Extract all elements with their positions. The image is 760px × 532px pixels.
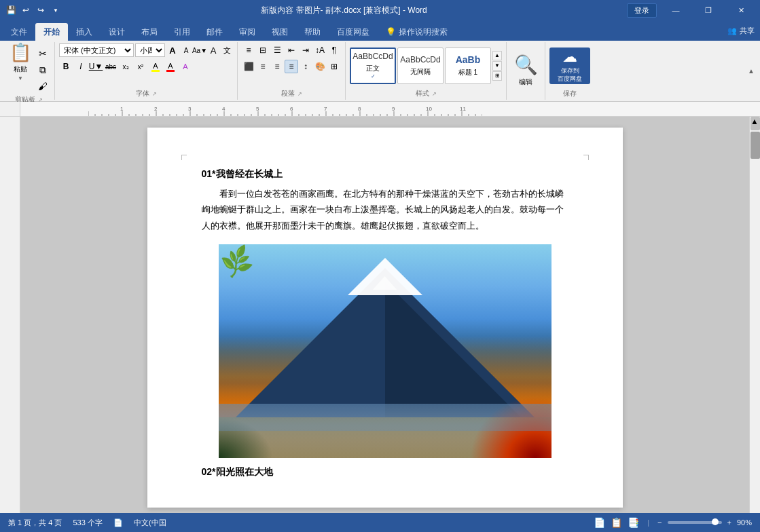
tab-file[interactable]: 文件 <box>3 23 35 41</box>
bold-button[interactable]: B <box>59 60 73 73</box>
subscript-button[interactable]: x₂ <box>119 60 132 73</box>
tab-references[interactable]: 引用 <box>166 23 198 41</box>
font-size-select[interactable]: 小四 <box>135 43 165 57</box>
align-center-button[interactable]: ≡ <box>256 60 270 73</box>
document-page[interactable]: 01*我曾经在长城上 看到一位白发苍苍的画家画鹰。在北方特有的那种干燥湛蓝的天空… <box>147 128 623 508</box>
style-wujiange[interactable]: AaBbCcDd 无间隔 <box>397 48 444 84</box>
login-button[interactable]: 登录 <box>627 3 657 18</box>
justify-button[interactable]: ≡ <box>285 60 298 73</box>
zoom-thumb <box>712 518 719 525</box>
font-label: 字体 <box>136 89 149 98</box>
svg-text:9: 9 <box>392 106 395 112</box>
clipboard-content: 📋 粘贴 ▼ ✂ ⧉ 🖌 <box>7 43 50 94</box>
styles-group: AaBbCcDd 正文 ✓ AaBbCcDd 无间隔 AaBb 标题 1 ▲ ▼… <box>346 42 507 100</box>
grow-font-button[interactable]: A <box>166 43 179 57</box>
paragraph-expand-icon[interactable]: ↗ <box>297 91 302 97</box>
styles-expand-icon[interactable]: ↗ <box>432 91 437 97</box>
image-background: 🌿 <box>219 244 551 458</box>
zoom-slider[interactable] <box>668 521 722 524</box>
font-name-select[interactable]: 宋体 (中文正文) <box>59 43 134 57</box>
bullet-list-button[interactable]: ≡ <box>242 43 255 57</box>
zoom-plus-button[interactable]: + <box>727 518 731 527</box>
zoom-minus-button[interactable]: − <box>657 518 662 527</box>
sort-button[interactable]: ↕A <box>313 43 327 57</box>
shading-button[interactable]: 🎨 <box>313 60 327 73</box>
scrollbar-thumb[interactable] <box>750 132 760 159</box>
superscript-button[interactable]: x² <box>134 60 147 73</box>
close-button[interactable]: ✕ <box>727 0 755 20</box>
decrease-indent-button[interactable]: ⇤ <box>285 43 298 57</box>
left-sidebar <box>0 117 20 513</box>
increase-indent-button[interactable]: ⇥ <box>299 43 312 57</box>
numbered-list-button[interactable]: ⊟ <box>256 43 270 57</box>
body-text-1[interactable]: 看到一位白发苍苍的画家画鹰。在北方特有的那种干燥湛蓝的天空下，苍劲古朴的长城嶙峋… <box>202 186 568 233</box>
save-icon[interactable]: 💾 <box>5 5 16 16</box>
tab-view[interactable]: 视图 <box>264 23 296 41</box>
underline-button[interactable]: U▼ <box>89 60 103 73</box>
tab-search[interactable]: 💡操作说明搜索 <box>378 23 456 41</box>
format-paint-button[interactable]: 🖌 <box>35 79 50 94</box>
styles-scroll-up[interactable]: ▲ <box>492 51 502 60</box>
tab-layout[interactable]: 布局 <box>133 23 166 41</box>
left-ruler <box>0 102 20 116</box>
customize-icon[interactable]: ▼ <box>50 5 61 16</box>
case-button[interactable]: Aa▼ <box>194 43 206 57</box>
font-expand-icon[interactable]: ↗ <box>152 91 157 97</box>
tab-baidu[interactable]: 百度网盘 <box>329 23 378 41</box>
image-water <box>219 404 551 431</box>
styles-content: AaBbCcDd 正文 ✓ AaBbCcDd 无间隔 AaBb 标题 1 ▲ ▼… <box>350 43 502 88</box>
scrollbar-up-arrow[interactable]: ▲ <box>750 117 760 130</box>
search-icon: 🔍 <box>514 54 538 76</box>
styles-scroll-down[interactable]: ▼ <box>492 61 502 71</box>
tab-insert[interactable]: 插入 <box>68 23 101 41</box>
save-baidu-button[interactable]: ☁ 保存到百度网盘 <box>549 48 590 84</box>
minimize-button[interactable]: — <box>662 0 689 20</box>
title-text: 新版内容 带图片- 副本.docx [兼容模式] - Word <box>61 5 627 16</box>
redo-icon[interactable]: ↪ <box>35 5 46 16</box>
align-left-button[interactable]: ⬛ <box>242 60 255 73</box>
styles-expand[interactable]: ⊞ <box>492 71 502 81</box>
view-print-icon[interactable]: 📄 <box>594 517 605 528</box>
restore-button[interactable]: ❐ <box>695 0 722 20</box>
clear-format-button[interactable]: A <box>207 43 219 57</box>
italic-button[interactable]: I <box>74 60 88 73</box>
layout-icon: 📄 <box>113 518 123 527</box>
tab-review[interactable]: 审阅 <box>231 23 264 41</box>
view-read-icon[interactable]: 📑 <box>628 517 639 528</box>
share-button[interactable]: 👥 共享 <box>727 20 755 41</box>
tab-home[interactable]: 开始 <box>35 23 68 41</box>
cut-button[interactable]: ✂ <box>35 46 50 61</box>
borders-button[interactable]: ⊞ <box>327 60 341 73</box>
svg-text:7: 7 <box>324 106 327 112</box>
ribbon: 📋 粘贴 ▼ ✂ ⧉ 🖌 剪贴板 ↗ 宋体 (中文正文) <box>0 41 760 102</box>
align-right-button[interactable]: ≡ <box>270 60 284 73</box>
shrink-font-button[interactable]: A <box>180 43 192 57</box>
style-biaoti1[interactable]: AaBb 标题 1 <box>445 48 491 84</box>
show-marks-button[interactable]: ¶ <box>327 43 341 57</box>
heading-1[interactable]: 01*我曾经在长城上 <box>202 168 568 180</box>
styles-label: 样式 <box>416 89 429 98</box>
editing-button[interactable]: 🔍 编辑 <box>511 52 541 89</box>
svg-text:5: 5 <box>256 106 259 112</box>
paste-button[interactable]: 📋 粘贴 ▼ <box>7 43 34 80</box>
document-image[interactable]: 🌿 <box>219 244 551 458</box>
multilevel-list-button[interactable]: ☰ <box>270 43 284 57</box>
text-effect-button[interactable]: A <box>179 60 192 73</box>
document-scroll[interactable]: 01*我曾经在长城上 看到一位白发苍苍的画家画鹰。在北方特有的那种干燥湛蓝的天空… <box>20 117 749 513</box>
undo-icon[interactable]: ↩ <box>20 5 31 16</box>
highlight-button[interactable]: A <box>149 60 162 73</box>
ribbon-collapse-button[interactable]: ▲ <box>745 42 757 100</box>
line-spacing-button[interactable]: ↕ <box>299 60 312 73</box>
char-button[interactable]: 文 <box>221 43 233 57</box>
strikethrough-button[interactable]: abc <box>104 60 117 73</box>
para-row-2: ⬛ ≡ ≡ ≡ ↕ 🎨 ⊞ <box>242 60 341 73</box>
view-web-icon[interactable]: 📋 <box>611 517 622 528</box>
tab-help[interactable]: 帮助 <box>296 23 329 41</box>
copy-button[interactable]: ⧉ <box>35 62 50 77</box>
tab-mail[interactable]: 邮件 <box>198 23 231 41</box>
scrollbar-track[interactable]: ▲ <box>749 117 760 513</box>
font-color-button[interactable]: A <box>164 60 177 73</box>
heading-2[interactable]: 02*阳光照在大地 <box>202 466 568 478</box>
tab-design[interactable]: 设计 <box>101 23 133 41</box>
style-zhengwen[interactable]: AaBbCcDd 正文 ✓ <box>350 48 396 84</box>
